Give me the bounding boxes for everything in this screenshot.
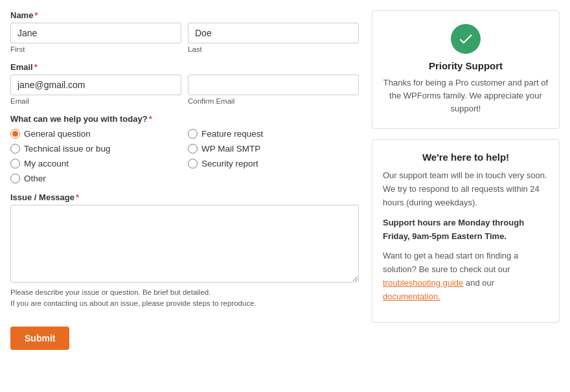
help-text3: Want to get a head start on finding a so… — [383, 249, 549, 303]
radio-myaccount-label: My account — [24, 159, 69, 168]
radio-feature-label: Feature request — [201, 129, 263, 139]
radio-feature[interactable]: Feature request — [188, 129, 359, 139]
name-label-text: Name — [10, 10, 33, 20]
confirm-email-sublabel: Confirm Email — [188, 97, 359, 105]
helper-text: Please describe your issue or question. … — [10, 287, 359, 310]
priority-support-card: Priority Support Thanks for being a Pro … — [372, 10, 560, 129]
message-required-star: * — [76, 192, 79, 202]
help-text2-bold: Support hours are Monday through Friday,… — [383, 218, 524, 241]
last-sublabel: Last — [188, 45, 359, 53]
confirm-email-col: Confirm Email — [188, 75, 359, 105]
priority-icon — [451, 24, 481, 54]
help-card-title: We're here to help! — [383, 152, 549, 163]
email-field-group: Email* Email Confirm Email — [10, 62, 359, 105]
name-label: Name* — [10, 10, 359, 20]
help-text2: Support hours are Monday through Friday,… — [383, 216, 549, 244]
name-required-star: * — [34, 10, 38, 20]
last-name-col: Last — [188, 23, 359, 53]
email-input[interactable] — [10, 75, 181, 95]
radio-general[interactable]: General question — [10, 129, 181, 139]
radio-grid: General question Feature request Technic… — [10, 129, 359, 183]
radio-general-input[interactable] — [10, 129, 20, 139]
help-required-star: * — [149, 114, 152, 124]
name-row: First Last — [10, 23, 359, 53]
radio-security[interactable]: Security report — [188, 159, 359, 168]
helper-line2: If you are contacting us about an issue,… — [10, 299, 256, 307]
help-card: We're here to help! Our support team wil… — [372, 139, 560, 322]
radio-technical-label: Technical issue or bug — [24, 144, 111, 154]
message-label: Issue / Message* — [10, 192, 359, 202]
name-field-group: Name* First Last — [10, 10, 359, 53]
message-field-group: Issue / Message* Please describe your is… — [10, 192, 359, 310]
radio-general-label: General question — [24, 129, 91, 139]
form-section: Name* First Last Email* Em — [10, 10, 359, 350]
troubleshooting-link[interactable]: troubleshooting guide — [383, 278, 463, 288]
radio-feature-input[interactable] — [188, 129, 198, 139]
radio-other-input[interactable] — [10, 174, 20, 183]
confirm-email-input[interactable] — [188, 75, 359, 95]
radio-technical-input[interactable] — [10, 144, 20, 154]
helper-line1: Please describe your issue or question. … — [10, 288, 211, 296]
radio-other[interactable]: Other — [10, 174, 181, 183]
radio-technical[interactable]: Technical issue or bug — [10, 144, 181, 154]
email-required-star: * — [34, 62, 38, 72]
first-name-col: First — [10, 23, 181, 53]
priority-text: Thanks for being a Pro customer and part… — [383, 76, 549, 115]
help-text4-mid: and our — [463, 278, 494, 288]
radio-other-label: Other — [24, 174, 46, 183]
email-row: Email Confirm Email — [10, 75, 359, 105]
help-topic-label-text: What can we help you with today? — [10, 114, 148, 124]
email-label-text: Email — [10, 62, 33, 72]
last-name-input[interactable] — [188, 23, 359, 43]
help-text1: Our support team will be in touch very s… — [383, 169, 549, 209]
radio-myaccount-input[interactable] — [10, 159, 20, 168]
help-topic-label: What can we help you with today?* — [10, 114, 359, 124]
priority-title: Priority Support — [383, 60, 549, 71]
documentation-link[interactable]: documentation. — [383, 292, 440, 301]
sidebar-section: Priority Support Thanks for being a Pro … — [372, 10, 560, 350]
page-wrapper: Name* First Last Email* Em — [0, 0, 570, 360]
email-sublabel: Email — [10, 97, 181, 105]
email-label: Email* — [10, 62, 359, 72]
help-topic-field-group: What can we help you with today?* Genera… — [10, 114, 359, 183]
help-text3-pre: Want to get a head start on finding a so… — [383, 251, 518, 274]
first-name-input[interactable] — [10, 23, 181, 43]
message-label-text: Issue / Message — [10, 192, 74, 202]
checkmark-icon — [457, 30, 474, 47]
first-sublabel: First — [10, 45, 181, 53]
radio-security-input[interactable] — [188, 159, 198, 168]
submit-button[interactable]: Submit — [10, 327, 69, 350]
radio-wpmail-label: WP Mail SMTP — [201, 144, 260, 154]
radio-wpmail[interactable]: WP Mail SMTP — [188, 144, 359, 154]
radio-security-label: Security report — [201, 159, 258, 168]
email-col: Email — [10, 75, 181, 105]
radio-myaccount[interactable]: My account — [10, 159, 181, 168]
message-textarea[interactable] — [10, 205, 359, 282]
radio-wpmail-input[interactable] — [188, 144, 198, 154]
